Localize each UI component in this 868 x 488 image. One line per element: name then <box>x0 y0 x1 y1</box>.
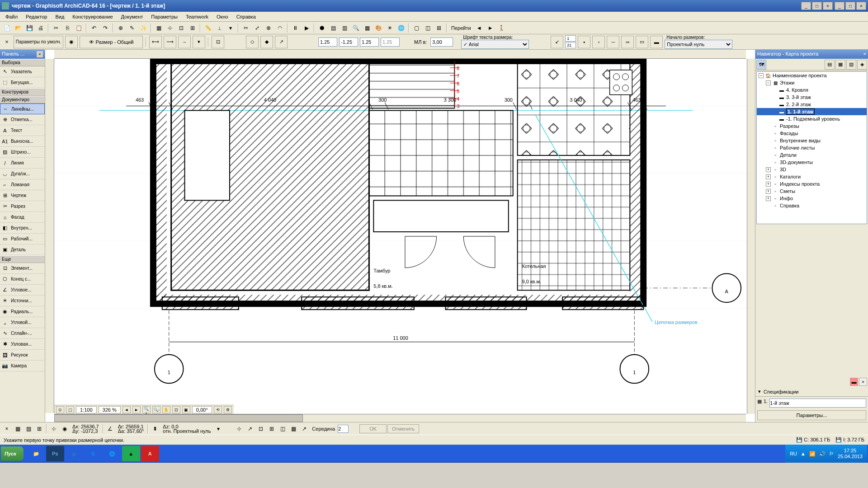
dim-method3-icon[interactable]: → <box>178 36 191 48</box>
tool-Фасад[interactable]: ⌂Фасад <box>0 212 45 223</box>
sun-icon[interactable]: ☀ <box>385 23 395 33</box>
marker3-icon[interactable]: ↗ <box>275 36 288 48</box>
tree-floor-3[interactable]: ▬1. 1-й этаж <box>757 108 867 115</box>
doc-maximize-button[interactable]: □ <box>845 2 855 10</box>
dim-style-icon[interactable]: ⊡ <box>212 36 224 48</box>
grid-icon[interactable]: ▦ <box>154 23 164 33</box>
tree-floor-1[interactable]: ▬3. 3-й этаж <box>757 94 867 101</box>
tool-Камера[interactable]: 📷Камера <box>0 361 45 371</box>
tool-Чертеж[interactable]: ⊞Чертеж <box>0 190 45 201</box>
params-button[interactable]: Параметры по умолч. <box>14 36 63 48</box>
tool-Дуга/ок...[interactable]: ◡Дуга/ок... <box>0 169 45 179</box>
tree-item-10[interactable]: +▫Инфо <box>757 195 867 202</box>
menu-options[interactable]: Параметры <box>147 13 181 20</box>
adjust-icon[interactable]: ⊗ <box>264 23 274 33</box>
ok-button[interactable]: OK <box>359 424 387 433</box>
mid-input[interactable] <box>338 425 349 433</box>
layer-dropdown[interactable]: 👁Размер - Общий <box>80 36 143 48</box>
tool-Узловая...[interactable]: ✱Узловая... <box>0 339 45 350</box>
line3-icon[interactable]: ▭ <box>636 36 648 48</box>
coord-close-icon[interactable]: × <box>2 424 12 434</box>
toolbox-close-icon[interactable]: × <box>37 51 43 57</box>
snap-e-icon[interactable]: ◫ <box>278 424 288 434</box>
tool-Элемент...[interactable]: ⊡Элемент... <box>0 263 45 274</box>
tree-item-3[interactable]: ▫Рабочие листы <box>757 144 867 151</box>
tool-Отметка...[interactable]: ⊕Отметка... <box>0 114 45 125</box>
nav-view1-icon[interactable]: ▤ <box>825 60 835 70</box>
nav-small1-icon[interactable]: ▬ <box>850 378 858 386</box>
detail-icon[interactable]: 🔍 <box>351 23 361 33</box>
marker2-icon[interactable]: ◆ <box>260 36 273 48</box>
maximize-button[interactable]: □ <box>812 2 822 10</box>
taskbar-skype-icon[interactable]: S <box>84 446 102 461</box>
snap-c-icon[interactable]: ⊡ <box>256 424 266 434</box>
close-info-icon[interactable]: × <box>2 37 12 47</box>
tool-Радиаль...[interactable]: ◉Радиаль... <box>0 306 45 317</box>
zoom-display[interactable]: 326 % <box>99 406 121 413</box>
expand-icon[interactable]: − <box>766 80 771 85</box>
cut-icon[interactable]: ✂ <box>51 23 61 33</box>
win3-icon[interactable]: ⊞ <box>434 23 444 33</box>
section-select[interactable]: Выборка <box>0 59 45 66</box>
snap-f-icon[interactable]: ▦ <box>288 424 298 434</box>
copy-icon[interactable]: ⎘ <box>62 23 72 33</box>
expand-icon[interactable]: + <box>766 189 771 194</box>
tool-Деталь[interactable]: ▣Деталь <box>0 244 45 255</box>
navigator-close-icon[interactable]: × <box>863 51 866 57</box>
dim-method4-icon[interactable]: ▾ <box>193 36 205 48</box>
drawing-viewport[interactable]: 876543 Тамбур <box>54 59 747 414</box>
trim-icon[interactable]: ✂ <box>241 23 251 33</box>
dim-method2-icon[interactable]: ⟶ <box>164 36 176 48</box>
tree-item-0[interactable]: ▫Разрезы <box>757 122 867 130</box>
expand-icon[interactable]: − <box>759 73 764 78</box>
open-icon[interactable]: 📂 <box>13 23 23 33</box>
snap-d-icon[interactable]: ⊞ <box>267 424 277 434</box>
zoom-in-icon[interactable]: 🔍+ <box>142 406 151 413</box>
cancel-button[interactable]: Отменить <box>387 424 419 433</box>
tool-Источни...[interactable]: ☀Источни... <box>0 296 45 306</box>
undo-icon[interactable]: ↶ <box>89 23 99 33</box>
tree-item-7[interactable]: +▫Каталоги <box>757 173 867 180</box>
doc-close-button[interactable]: × <box>856 2 866 10</box>
nav-map-icon[interactable]: 🗺 <box>756 60 766 70</box>
save-icon[interactable]: 💾 <box>24 23 34 33</box>
section-more[interactable]: Еще <box>0 255 45 263</box>
taskbar-utorrent-icon[interactable]: µ <box>65 446 83 461</box>
rotate-icon[interactable]: ⟲ <box>214 406 222 413</box>
tool-Линейны...[interactable]: ↔Линейны... <box>0 103 45 114</box>
tool-Штрихо...[interactable]: ▨Штрихо... <box>0 147 45 158</box>
snap3-icon[interactable]: ⊞ <box>188 23 198 33</box>
tool-Внутрен...[interactable]: ◧Внутрен... <box>0 223 45 234</box>
tool-Рабочий...[interactable]: ▭Рабочий... <box>0 234 45 244</box>
tray-icon[interactable]: ▲ <box>801 451 806 456</box>
print-icon[interactable]: 🖨 <box>36 23 46 33</box>
menu-document[interactable]: Документ <box>118 13 147 20</box>
measure-icon[interactable]: ⟂ <box>214 23 224 33</box>
origin-select[interactable]: Проектный нуль <box>665 40 732 49</box>
angle-display[interactable]: 0,00° <box>192 406 212 413</box>
marker1-icon[interactable]: ◇ <box>246 36 259 48</box>
goto-walk-icon[interactable]: 🚶 <box>497 23 507 33</box>
coord-z-icon[interactable]: ⬍ <box>150 424 160 434</box>
globe-icon[interactable]: 🌐 <box>396 23 406 33</box>
f1-input[interactable] <box>565 35 576 42</box>
zoom-origin-icon[interactable]: ⊙ <box>56 406 64 413</box>
expand-icon[interactable]: + <box>766 196 771 201</box>
scrollbar-horizontal[interactable] <box>54 414 746 422</box>
expand-icon[interactable]: + <box>766 167 771 172</box>
tool-Указатель[interactable]: ↖Указатель <box>0 66 45 77</box>
zoom-pan-icon[interactable]: ✋ <box>162 406 170 413</box>
redo-icon[interactable]: ↷ <box>100 23 110 33</box>
section-icon[interactable]: ▤ <box>328 23 338 33</box>
tool-Текст[interactable]: AТекст <box>0 125 45 136</box>
menu-file[interactable]: Файл <box>2 13 21 20</box>
edit-icon[interactable]: ✎ <box>127 23 137 33</box>
section-document[interactable]: Документиро <box>0 96 45 103</box>
elev-icon[interactable]: ▥ <box>340 23 349 33</box>
snap-a-icon[interactable]: ⊹ <box>234 424 244 434</box>
tree-item-4[interactable]: ▫Детали <box>757 151 867 159</box>
font-select[interactable]: ✓ Arial <box>461 40 529 49</box>
3d-icon[interactable]: ⬢ <box>317 23 327 33</box>
tree-floor-2[interactable]: ▬2. 2-й этаж <box>757 101 867 108</box>
menu-teamwork[interactable]: Teamwork <box>182 13 212 20</box>
